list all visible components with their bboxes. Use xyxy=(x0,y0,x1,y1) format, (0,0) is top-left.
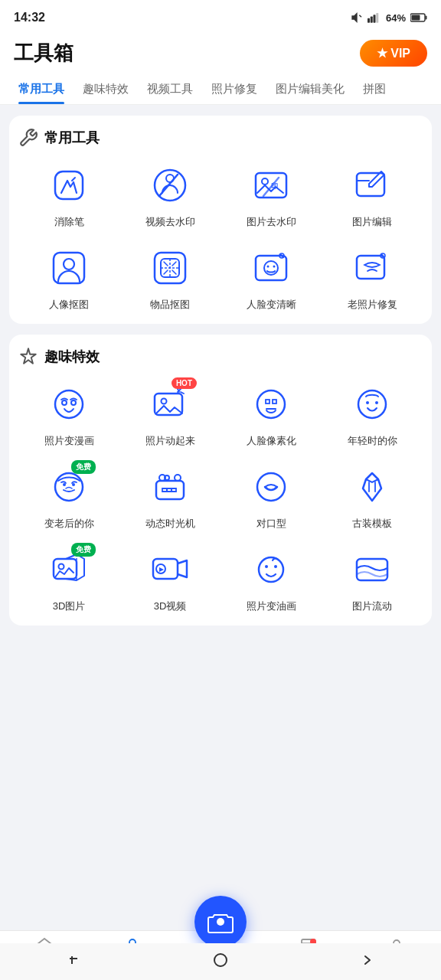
tool-image-edit[interactable]: 图片编辑 xyxy=(322,162,423,229)
svg-point-50 xyxy=(59,564,64,570)
tab-video-tools[interactable]: 视频工具 xyxy=(138,74,202,104)
tool-young-face[interactable]: 年轻时的你 xyxy=(322,381,423,448)
tool-lip-sync-label: 对口型 xyxy=(256,517,286,531)
svg-line-1 xyxy=(359,15,361,18)
tab-common-tools[interactable]: 常用工具 xyxy=(9,74,74,104)
header: 工具箱 ★ VIP xyxy=(0,32,441,74)
tool-eraser-label: 消除笔 xyxy=(54,215,84,229)
tool-photo-animate[interactable]: HOT 照片动起来 xyxy=(119,381,220,448)
svg-point-35 xyxy=(257,390,285,418)
tool-3d-video-icon xyxy=(146,546,194,593)
tool-video-watermark-icon xyxy=(146,162,194,209)
svg-rect-62 xyxy=(70,958,77,959)
common-tools-grid: 消除笔 视频去水印 xyxy=(18,162,423,312)
tool-image-edit-icon xyxy=(348,162,396,209)
tool-item-cutout-label: 物品抠图 xyxy=(150,298,190,312)
tool-time-machine-icon xyxy=(146,463,194,511)
camera-fab[interactable] xyxy=(194,896,247,948)
svg-rect-36 xyxy=(266,400,270,403)
battery-text: 64% xyxy=(386,12,406,24)
svg-rect-3 xyxy=(371,17,373,23)
sparkle-icon xyxy=(18,347,38,367)
sys-home-button[interactable] xyxy=(212,952,229,972)
tool-ancient-costume[interactable]: 古装模板 xyxy=(322,463,423,531)
svg-point-31 xyxy=(62,400,67,405)
status-time: 14:32 xyxy=(14,11,45,24)
tool-eraser-icon xyxy=(45,162,93,209)
tool-video-watermark-label: 视频去水印 xyxy=(145,215,195,229)
svg-point-63 xyxy=(214,954,227,966)
tool-photo-cartoon[interactable]: 照片变漫画 xyxy=(18,381,119,448)
vip-label: ★ VIP xyxy=(377,46,410,60)
tool-image-flow-label: 图片流动 xyxy=(352,599,392,613)
tool-old-face-label: 变老后的你 xyxy=(44,517,94,531)
tool-oil-paint[interactable]: 照片变油画 xyxy=(220,546,322,613)
tool-photo-restore-icon xyxy=(348,244,396,292)
tool-old-face[interactable]: 免费 变老后的你 xyxy=(18,463,119,531)
tool-photo-restore[interactable]: 老照片修复 xyxy=(322,244,423,312)
svg-rect-5 xyxy=(376,13,378,23)
svg-point-26 xyxy=(273,266,276,268)
tab-fun-effects[interactable]: 趣味特效 xyxy=(74,74,138,104)
tool-face-enhance-icon xyxy=(247,244,295,292)
tool-3d-video[interactable]: 3D视频 xyxy=(119,546,220,613)
svg-point-40 xyxy=(375,401,378,404)
svg-point-47 xyxy=(165,475,169,480)
signal-icon xyxy=(368,11,381,24)
status-bar: 14:32 64% xyxy=(0,0,441,32)
svg-rect-4 xyxy=(373,15,375,23)
sys-recents-button[interactable] xyxy=(359,952,376,972)
svg-rect-37 xyxy=(273,400,276,403)
tool-face-pixelate[interactable]: 人脸像素化 xyxy=(220,381,322,448)
tool-portrait-cutout[interactable]: 人像抠图 xyxy=(18,244,119,312)
battery-icon xyxy=(410,13,427,22)
tab-image-edit[interactable]: 图片编辑美化 xyxy=(266,74,354,104)
vip-button[interactable]: ★ VIP xyxy=(360,40,427,67)
svg-rect-44 xyxy=(156,481,184,499)
svg-point-30 xyxy=(55,390,83,418)
tool-item-cutout-icon xyxy=(146,244,194,292)
tool-image-watermark-label: 图片去水印 xyxy=(247,215,296,229)
tool-portrait-cutout-label: 人像抠图 xyxy=(49,298,89,312)
tool-image-watermark[interactable]: 印 图片去水印 xyxy=(220,162,322,229)
tool-oil-paint-label: 照片变油画 xyxy=(247,599,296,613)
tab-photo-restore[interactable]: 照片修复 xyxy=(202,74,266,104)
tool-face-pixelate-icon xyxy=(247,381,295,428)
svg-point-14 xyxy=(262,178,268,185)
svg-rect-23 xyxy=(256,256,286,280)
badge-free-1: 免费 xyxy=(71,460,96,474)
tool-photo-restore-label: 老照片修复 xyxy=(348,298,397,312)
svg-rect-7 xyxy=(412,15,420,21)
tool-ancient-costume-label: 古装模板 xyxy=(352,517,392,531)
tool-face-enhance[interactable]: 人脸变清晰 xyxy=(220,244,322,312)
fun-effects-section: 趣味特效 照片变漫画 xyxy=(9,335,432,626)
tool-3d-photo[interactable]: 免费 3D图片 xyxy=(18,546,119,613)
tool-image-watermark-icon: 印 xyxy=(247,162,295,209)
mute-icon xyxy=(351,11,363,24)
svg-rect-17 xyxy=(357,173,384,196)
tool-3d-video-label: 3D视频 xyxy=(154,599,187,613)
tool-item-cutout[interactable]: 物品抠图 xyxy=(119,244,220,312)
svg-point-32 xyxy=(71,400,76,405)
tool-young-face-icon xyxy=(348,381,396,428)
tab-bar: 常用工具 趣味特效 视频工具 照片修复 图片编辑美化 拼图 xyxy=(0,74,441,105)
badge-free-2: 免费 xyxy=(71,543,96,557)
tab-collage[interactable]: 拼图 xyxy=(354,74,395,104)
tool-eraser[interactable]: 消除笔 xyxy=(18,162,119,229)
tool-video-watermark[interactable]: 视频去水印 xyxy=(119,162,220,229)
tool-face-pixelate-label: 人脸像素化 xyxy=(247,434,296,448)
svg-point-53 xyxy=(259,557,283,582)
sys-back-button[interactable] xyxy=(65,952,82,972)
system-nav-bar xyxy=(0,943,441,980)
tool-image-flow[interactable]: 图片流动 xyxy=(322,546,423,613)
svg-point-54 xyxy=(265,565,268,568)
tool-lip-sync[interactable]: 对口型 xyxy=(220,463,322,531)
tool-time-machine[interactable]: 动态时光机 xyxy=(119,463,220,531)
fun-effects-grid: 照片变漫画 HOT 照片动起来 xyxy=(18,381,423,613)
tool-photo-animate-label: 照片动起来 xyxy=(145,434,195,448)
svg-point-25 xyxy=(267,266,270,268)
svg-point-39 xyxy=(366,401,369,404)
tool-oil-paint-icon xyxy=(247,546,295,593)
svg-rect-8 xyxy=(426,16,427,20)
svg-point-55 xyxy=(274,565,277,568)
